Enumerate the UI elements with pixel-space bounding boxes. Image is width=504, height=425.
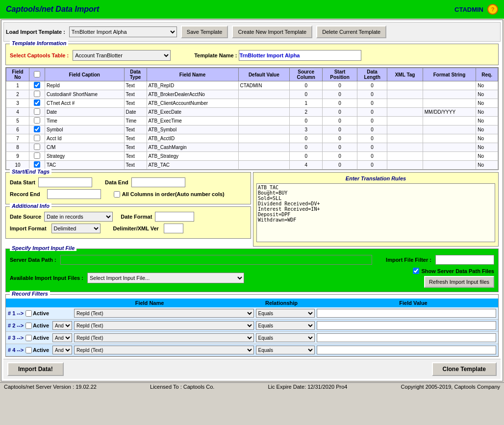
record-end-input[interactable] xyxy=(47,189,101,199)
cell-name: ATB_BrokerDealerAcctNo xyxy=(147,90,238,99)
save-template-button[interactable]: Save Template xyxy=(181,25,228,38)
import-file-buttons: Show Server Data Path Files Refresh Impo… xyxy=(413,268,494,288)
table-row: 3 CTnet Acct # Text ATB_ClientAccountNum… xyxy=(6,99,498,108)
cell-format xyxy=(423,125,476,134)
row-checkbox[interactable] xyxy=(34,100,40,106)
cell-check[interactable] xyxy=(29,99,45,108)
filter-field-select[interactable]: RepId (Text) xyxy=(74,309,254,318)
select-all-checkbox[interactable] xyxy=(34,71,40,77)
filter-and-select[interactable]: And xyxy=(52,321,72,330)
cell-caption: CTnet Acct # xyxy=(45,99,124,108)
row-checkbox[interactable] xyxy=(34,117,40,124)
cell-check[interactable] xyxy=(29,117,45,125)
import-format-label: Import Format xyxy=(10,225,47,231)
filter-row: # 4 --> Active And RepId (Text) Equals xyxy=(6,344,498,356)
cell-check[interactable] xyxy=(29,152,45,161)
import-file-select[interactable]: Select Import Input File... xyxy=(87,273,244,283)
row-checkbox[interactable] xyxy=(34,126,40,132)
cell-type: Text xyxy=(124,143,147,152)
cell-length: 0 xyxy=(357,161,387,170)
filter-rel-select[interactable]: Equals xyxy=(256,346,315,354)
cell-check[interactable] xyxy=(29,134,45,143)
table-row: 1 RepId Text ATB_RepID CTADMIN 0 0 0 No xyxy=(6,81,498,90)
clone-template-button[interactable]: Clone Template xyxy=(432,362,497,376)
row-checkbox[interactable] xyxy=(34,144,40,150)
cell-name: ATB_TAC xyxy=(147,161,238,170)
filter-rel-select[interactable]: Equals xyxy=(256,333,315,342)
cell-req: No xyxy=(476,134,498,143)
cell-name: ATB_AcctID xyxy=(147,134,238,143)
cell-source: 0 xyxy=(290,143,323,152)
filter-field-select[interactable]: RepId (Text) xyxy=(74,346,254,354)
cell-xml xyxy=(387,108,423,117)
cell-xml xyxy=(387,117,423,125)
filter-field-select[interactable]: RepId (Text) xyxy=(74,321,254,330)
col-field-name: Field Name xyxy=(147,68,238,81)
server-path-label: Server Data Path : xyxy=(10,257,56,263)
cell-xml xyxy=(387,90,423,99)
row-checkbox[interactable] xyxy=(34,108,40,115)
cell-type: Text xyxy=(124,81,147,90)
filter-value-input[interactable] xyxy=(317,309,497,318)
filter-field-select[interactable]: RepId (Text) xyxy=(74,333,254,342)
cell-check[interactable] xyxy=(29,90,45,99)
show-server-checkbox[interactable] xyxy=(413,268,419,274)
cell-check[interactable] xyxy=(29,125,45,134)
delete-template-button[interactable]: Delete Current Template xyxy=(316,25,386,38)
row-checkbox[interactable] xyxy=(34,152,40,159)
cell-check[interactable] xyxy=(29,108,45,117)
cell-format xyxy=(423,152,476,161)
server-path-input[interactable] xyxy=(60,255,372,265)
row-checkbox[interactable] xyxy=(34,82,40,88)
filter-active-checkbox[interactable] xyxy=(25,323,32,329)
table-row: 7 Acct Id Text ATB_AcctID 0 0 0 No xyxy=(6,134,498,143)
cell-start: 0 xyxy=(323,161,357,170)
create-template-button[interactable]: Create New Import Template xyxy=(232,25,312,38)
filter-value-input[interactable] xyxy=(317,333,497,342)
captools-table-select[interactable]: Account TranBlotter xyxy=(73,50,171,61)
filter-and-select[interactable]: And xyxy=(52,346,72,354)
cell-xml xyxy=(387,99,423,108)
cell-default xyxy=(238,125,290,134)
load-template-select[interactable]: TrnBlotter Import Alpha xyxy=(69,26,177,37)
filter-active-checkbox[interactable] xyxy=(25,310,32,317)
show-server-label: Show Server Data Path Files xyxy=(421,268,494,274)
cell-no: 8 xyxy=(6,143,29,152)
cell-check[interactable] xyxy=(29,161,45,170)
cell-name: ATB_ClientAccountNumber xyxy=(147,99,238,108)
filter-rel-select[interactable]: Equals xyxy=(256,309,315,318)
filter-value-input[interactable] xyxy=(317,321,497,330)
cell-source: 0 xyxy=(290,117,323,125)
tags-row-1: Data Start Data End xyxy=(10,177,247,187)
import-format-select[interactable]: Delimited xyxy=(51,224,101,233)
template-name-input[interactable] xyxy=(239,50,361,61)
row-checkbox[interactable] xyxy=(34,161,40,168)
date-format-input[interactable] xyxy=(155,212,194,222)
table-row: 8 C/M Text ATB_CashMargin 0 0 0 No xyxy=(6,143,498,152)
translation-rules-textarea[interactable] xyxy=(256,183,495,242)
cell-check[interactable] xyxy=(29,143,45,152)
data-start-input[interactable] xyxy=(38,177,92,187)
load-template-label: Load Import Template : xyxy=(6,29,65,35)
filter-value-input[interactable] xyxy=(317,346,497,354)
data-end-input[interactable] xyxy=(131,177,185,187)
filter-and-select[interactable]: And xyxy=(52,333,72,342)
help-icon[interactable]: ? xyxy=(487,4,498,15)
delimiter-input[interactable] xyxy=(164,224,183,233)
import-data-button[interactable]: Import Data! xyxy=(7,362,64,376)
cell-check[interactable] xyxy=(29,81,45,90)
filter-rel-select[interactable]: Equals xyxy=(256,321,315,330)
date-source-select[interactable]: Date in records xyxy=(44,212,113,222)
row-checkbox[interactable] xyxy=(34,135,40,141)
cell-length: 0 xyxy=(357,125,387,134)
filter-active-checkbox[interactable] xyxy=(25,347,32,353)
cell-format xyxy=(423,81,476,90)
filter-active-checkbox[interactable] xyxy=(25,335,32,341)
record-filters-section: Record Filters Field Name Relationship F… xyxy=(5,294,499,357)
refresh-files-button[interactable]: Refresh Import Input files xyxy=(424,276,494,288)
all-columns-checkbox[interactable] xyxy=(114,191,120,198)
row-checkbox[interactable] xyxy=(34,91,40,97)
cell-no: 9 xyxy=(6,152,29,161)
file-filter-input[interactable] xyxy=(435,255,494,265)
expire-text: Lic Expire Date: 12/31/2020 Pro4 xyxy=(268,384,347,390)
